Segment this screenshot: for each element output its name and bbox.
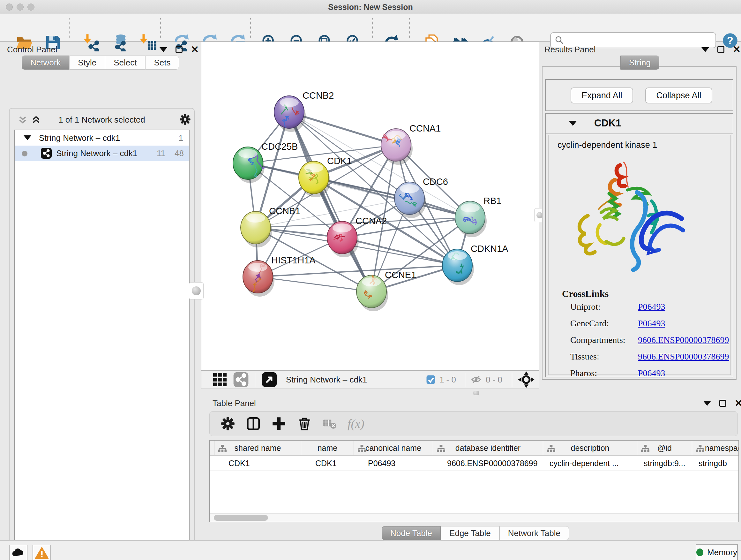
node-label-CCNB2: CCNB2 (302, 90, 334, 101)
column-header-description[interactable]: description (543, 441, 637, 455)
add-column-button[interactable] (271, 416, 287, 432)
tab-style[interactable]: Style (69, 56, 105, 70)
footer-separator (255, 373, 255, 387)
birdseye-view-icon[interactable] (260, 370, 279, 389)
list-attribute-icon (547, 444, 555, 453)
node-label-RB1: RB1 (483, 196, 501, 206)
column-header-label: @id (657, 443, 672, 453)
tab-node-table[interactable]: Node Table (382, 526, 441, 540)
network-collection-label: String Network – cdk1 (39, 133, 120, 143)
tab-network[interactable]: Network (22, 56, 69, 70)
expand-all-button[interactable]: Expand All (570, 87, 633, 104)
network-canvas[interactable]: CCNB2CCNA1CDC25BCDK1CDC6RB1CCNB1CCNA2CDK… (201, 42, 539, 370)
tab-network-table[interactable]: Network Table (499, 526, 569, 540)
panel-close-icon[interactable]: ✕ (733, 46, 741, 53)
result-entry-header[interactable]: CDK1 (546, 114, 733, 134)
crosshair-icon[interactable] (517, 370, 536, 389)
crosslink-label: Pharos: (570, 368, 597, 378)
column-header-canonical-name[interactable]: canonical name (354, 441, 433, 455)
selected-count: 1 - 0 (440, 375, 456, 385)
panel-close-icon[interactable]: ✕ (191, 46, 199, 53)
left-splitter-handle[interactable] (189, 282, 204, 300)
panel-float-icon[interactable] (176, 46, 183, 53)
entry-collapse-icon[interactable] (569, 121, 577, 126)
node-label-CCNA2: CCNA2 (355, 216, 387, 226)
string-view-icon[interactable] (231, 370, 251, 389)
crosslink-link[interactable]: P06493 (638, 302, 665, 312)
network-node-CCNB1[interactable]: CCNB1 (241, 206, 300, 247)
network-collection-row[interactable]: String Network – cdk1 1 (15, 130, 189, 145)
grid-view-icon[interactable] (210, 370, 229, 389)
crosslink-link[interactable]: 9606.ENSP00000378699 (638, 335, 729, 345)
column-header--id[interactable]: @id (637, 441, 692, 455)
trash-button[interactable] (296, 416, 313, 432)
function-builder-button[interactable]: f(x) (347, 417, 364, 431)
list-attribute-icon (696, 444, 704, 453)
table-cell: CDK1 (301, 456, 354, 470)
list-attribute-icon (437, 444, 445, 453)
collapse-all-button[interactable]: Collapse All (645, 87, 712, 104)
tree-expand-icon[interactable] (23, 135, 31, 140)
network-node-CDK1[interactable]: CDK1 (299, 156, 352, 197)
result-entry-content: cyclin-dependent kinase 1 (548, 135, 731, 375)
footer-separator (465, 373, 465, 387)
gear-icon (220, 416, 236, 432)
network-row-selected[interactable]: String Network – cdk1 11 48 (15, 145, 189, 161)
hidden-eye-icon[interactable] (470, 373, 482, 386)
gear-button[interactable] (220, 416, 236, 432)
panel-menu-icon[interactable] (703, 401, 711, 406)
panel-float-icon[interactable] (718, 46, 724, 53)
column-header-name[interactable]: name (301, 441, 354, 455)
panel-float-icon[interactable] (719, 400, 726, 407)
table-row[interactable]: CDK1CDK1P064939606.ENSP00000378699cyclin… (210, 456, 738, 471)
panel-close-icon[interactable]: ✕ (735, 400, 741, 407)
add-column-icon (271, 416, 287, 432)
trash-icon (296, 416, 313, 432)
crosslink-label: Compartments: (570, 335, 625, 345)
node-label-CCNE1: CCNE1 (385, 270, 416, 280)
column-header-database-identifier[interactable]: database identifier (433, 441, 543, 455)
node-label-CDC6: CDC6 (423, 177, 448, 187)
crosslink-link[interactable]: P06493 (638, 318, 665, 328)
panel-menu-icon[interactable] (701, 47, 709, 52)
network-node-CDC6[interactable]: CDC6 (394, 177, 448, 218)
table-horizontal-scrollbar[interactable] (210, 513, 738, 522)
crosslink-link[interactable]: P06493 (638, 368, 665, 378)
tab-select[interactable]: Select (105, 56, 145, 70)
tab-edge-table[interactable]: Edge Table (441, 526, 499, 540)
edge-count: 48 (175, 148, 184, 159)
cloud-status-button[interactable] (9, 545, 27, 560)
crosslink-link[interactable]: 9606.ENSP00000378699 (638, 352, 729, 362)
results-panel-body: Expand All Collapse All CDK1 cyclin-depe… (542, 66, 737, 380)
table-cell: stringdb:9... (637, 456, 692, 470)
toolbar-separator (372, 18, 373, 38)
crosslink-row: Tissues:9606.ENSP00000378699 (570, 352, 724, 368)
toolbar-separator (409, 18, 410, 38)
network-node-RB1[interactable]: RB1 (455, 196, 501, 237)
network-edge-HIST1H1A-CCNE1[interactable] (258, 277, 372, 292)
selected-checkbox-icon[interactable] (425, 374, 436, 385)
network-node-CDKN1A[interactable]: CDKN1A (442, 244, 509, 285)
control-panel-body: 1 of 1 Network selected String Network –… (9, 108, 195, 560)
crosslink-label: Uniprot: (570, 302, 601, 312)
panel-menu-icon[interactable] (159, 47, 167, 52)
warning-status-button[interactable] (32, 545, 51, 560)
network-node-CCNE1[interactable]: CCNE1 (356, 270, 416, 311)
tab-string[interactable]: String (620, 56, 659, 70)
node-label-CCNA1: CCNA1 (409, 123, 441, 133)
crosslink-row: Uniprot:P06493 (570, 302, 724, 318)
memory-button[interactable]: Memory (696, 544, 738, 560)
column-header-shared-name[interactable]: shared name (214, 441, 301, 455)
horizontal-splitter-handle[interactable] (473, 391, 479, 395)
table-cell: CDK1 (214, 456, 301, 470)
network-options-gear-icon[interactable] (179, 113, 192, 127)
column-header-namespace[interactable]: namespace (692, 441, 739, 455)
node-label-CCNB1: CCNB1 (269, 206, 300, 216)
columns-button[interactable] (246, 416, 261, 432)
network-node-CCNA1[interactable]: CCNA1 (381, 123, 441, 165)
scrollbar-thumb[interactable] (214, 515, 268, 521)
toolbar-separator (160, 18, 161, 38)
collection-count: 1 (179, 133, 183, 143)
tab-sets[interactable]: Sets (145, 56, 179, 70)
delete-table-button[interactable] (322, 416, 338, 432)
